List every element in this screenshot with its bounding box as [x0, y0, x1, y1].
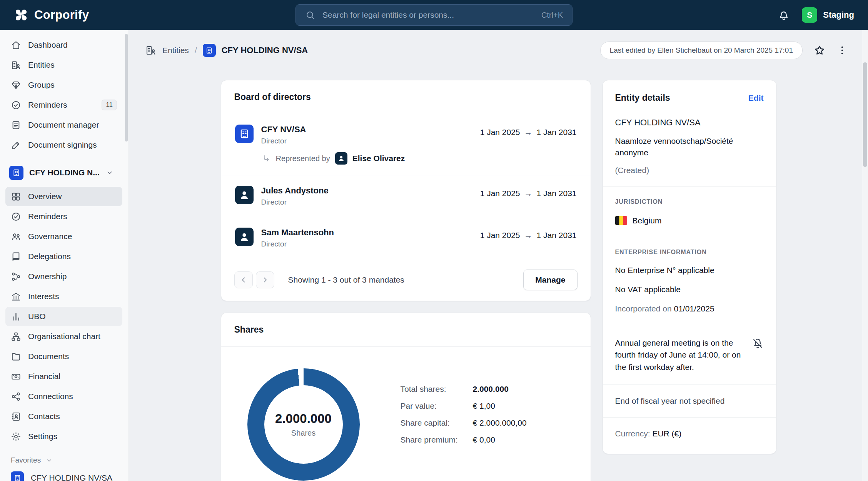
sidebar-item-financial[interactable]: Financial [5, 367, 122, 386]
manage-button[interactable]: Manage [523, 270, 577, 290]
currency-value: EUR (€) [652, 429, 681, 438]
entity-legal-form: Naamloze vennootschap/Société anonyme [615, 135, 764, 159]
more-options-icon[interactable] [836, 45, 848, 56]
organisational-chart-icon [11, 331, 21, 342]
entity-name: CFY HOLDING NV/SA [615, 118, 764, 128]
global-search[interactable]: Ctrl+K [295, 4, 573, 26]
representative-name: Elise Olivarez [352, 154, 405, 163]
sidebar-item-documents[interactable]: Documents [5, 347, 122, 366]
sidebar-item-label: Groups [28, 80, 55, 90]
mandate-holder-name: Sam Maartensohn [261, 228, 480, 238]
account-avatar[interactable]: S [802, 7, 817, 23]
ubo-icon [11, 311, 21, 322]
notifications-bell-icon[interactable] [777, 8, 790, 22]
sidebar-item-dashboard[interactable]: Dashboard [5, 35, 122, 55]
field-value: € 1,00 [473, 401, 495, 411]
main-area: Entities / CFY HOLDING NV/SA Last edited… [129, 30, 868, 481]
sidebar-item-label: Reminders [28, 100, 67, 110]
bell-off-icon[interactable] [752, 338, 764, 350]
divider [603, 237, 776, 237]
sidebar-item-settings[interactable]: Settings [5, 427, 122, 446]
sidebar-item-label: Settings [28, 432, 57, 441]
edit-entity-link[interactable]: Edit [748, 93, 764, 103]
mandate-row[interactable]: Jules Andystone Director 1 Jan 2025 → 1 … [221, 175, 591, 217]
mandate-row[interactable]: CFY NV/SA Director Represented by Elise … [221, 114, 591, 175]
mandate-row[interactable]: Sam Maartensohn Director 1 Jan 2025 → 1 … [221, 217, 591, 259]
mandate-end-date: 1 Jan 2031 [537, 128, 577, 137]
main-scrollbar-thumb[interactable] [863, 62, 867, 167]
building-icon [12, 168, 21, 177]
sidebar-item-label: Governance [28, 232, 72, 241]
documents-icon [11, 351, 21, 362]
mandate-holder-name: CFY NV/SA [261, 125, 480, 135]
field-value: € 0,00 [473, 435, 495, 444]
entity-chip [203, 44, 216, 57]
breadcrumb-entities-link[interactable]: Entities [162, 46, 189, 55]
sidebar-item-document-signings[interactable]: Document signings [5, 135, 122, 155]
divider [603, 417, 776, 418]
connections-icon [11, 391, 21, 402]
favorites-header[interactable]: Favorites [5, 456, 122, 464]
chevron-down-icon [45, 457, 53, 464]
sidebar-item-organisational-chart[interactable]: Organisational chart [5, 327, 122, 346]
financial-icon [11, 371, 21, 382]
shares-field-row: Par value: € 1,00 [401, 401, 527, 411]
chevron-right-icon [261, 276, 269, 284]
search-icon [305, 10, 315, 20]
represented-by-label: Represented by [276, 154, 330, 163]
entity-avatar [235, 125, 254, 143]
document-signings-icon [11, 140, 21, 150]
overview-icon [11, 191, 21, 202]
pagination-prev-button[interactable] [234, 271, 253, 288]
entity-selector[interactable]: CFY HOLDING N... [5, 161, 122, 184]
date-arrow: → [524, 128, 532, 137]
field-value: 2.000.000 [473, 384, 509, 394]
entity-chip [11, 471, 24, 481]
building-icon [239, 128, 250, 140]
sidebar-item-label: Interests [28, 292, 59, 301]
belgium-flag-icon [615, 216, 627, 225]
entities-icon [11, 60, 21, 70]
sidebar-item-interests[interactable]: Interests [5, 287, 122, 306]
brand-name: Corporify [34, 8, 89, 22]
main-scrollbar-track[interactable] [862, 30, 868, 481]
sidebar-item-delegations[interactable]: Delegations [5, 247, 122, 266]
sidebar-item-reminders[interactable]: Reminders 11 [5, 95, 122, 115]
contacts-icon [11, 411, 21, 422]
sidebar-item-label: Connections [28, 392, 73, 401]
field-label: Par value: [401, 401, 473, 411]
entity-status: (Created) [615, 166, 764, 175]
sidebar-item-entities[interactable]: Entities [5, 55, 122, 75]
mandate-dates: 1 Jan 2025 → 1 Jan 2031 [480, 128, 577, 137]
mandate-start-date: 1 Jan 2025 [480, 128, 520, 137]
breadcrumb-current: CFY HOLDING NV/SA [222, 45, 308, 55]
sidebar-item-label: Delegations [28, 252, 71, 261]
entity-details-card: Entity details Edit CFY HOLDING NV/SA Na… [603, 80, 776, 454]
shares-fields: Total shares: 2.000.000 Par value: € 1,0… [401, 384, 527, 481]
sidebar-item-contacts[interactable]: Contacts [5, 407, 122, 426]
sidebar-item-governance[interactable]: Governance [5, 227, 122, 246]
search-input[interactable] [322, 10, 534, 20]
sidebar-item-document-manager[interactable]: Document manager [5, 115, 122, 135]
pagination-next-button[interactable] [256, 271, 274, 288]
enterprise-section-label: ENTERPRISE INFORMATION [615, 249, 764, 256]
sidebar-item-overview[interactable]: Overview [5, 187, 122, 206]
account-env[interactable]: S Staging [802, 7, 854, 23]
represented-by-row: Represented by Elise Olivarez [261, 152, 480, 165]
incorporated-label: Incorporated on [615, 304, 672, 313]
home-icon [11, 40, 21, 50]
sidebar-item-ubo[interactable]: UBO [5, 307, 122, 326]
sidebar-item-ownership[interactable]: Ownership [5, 267, 122, 286]
mandate-role: Director [261, 137, 480, 145]
favorite-star-icon[interactable] [813, 44, 826, 57]
ownership-icon [11, 271, 21, 282]
sidebar-item-entity-reminders[interactable]: Reminders [5, 207, 122, 226]
sidebar-item-groups[interactable]: Groups [5, 75, 122, 95]
shares-field-row: Share premium: € 0,00 [401, 435, 527, 444]
sidebar-item-label: Organisational chart [28, 332, 100, 341]
sidebar-item-label: UBO [28, 312, 46, 321]
sidebar-scrollbar[interactable] [125, 34, 128, 141]
sidebar-item-connections[interactable]: Connections [5, 387, 122, 406]
brand[interactable]: Corporify [14, 8, 89, 22]
sidebar-favorite-entity[interactable]: CFY HOLDING NV/SA [5, 468, 122, 481]
